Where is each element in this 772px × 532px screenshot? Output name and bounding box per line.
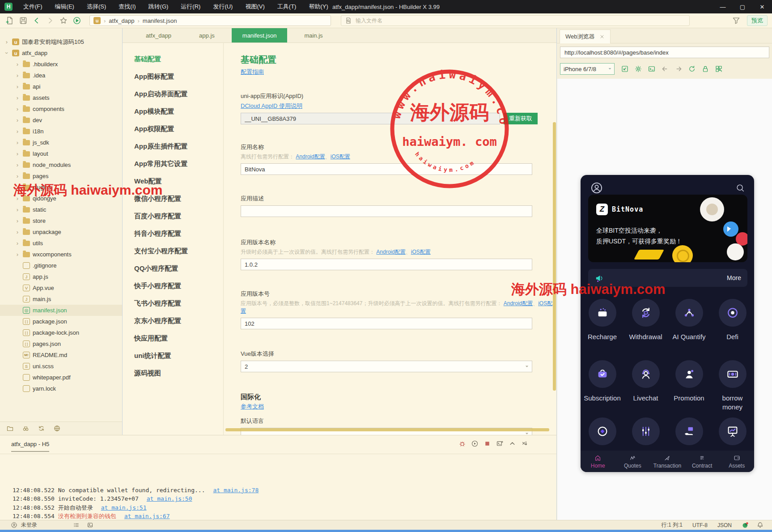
- tree-item[interactable]: App.vue: [0, 282, 122, 294]
- tree-item[interactable]: › pages: [0, 170, 122, 182]
- maximize-button[interactable]: ▢: [733, 0, 752, 13]
- explorer-tool-icon[interactable]: [53, 425, 61, 432]
- console-tool-icon[interactable]: [496, 440, 504, 447]
- tree-item[interactable]: uni.scss: [0, 361, 122, 372]
- chevron-icon[interactable]: ›: [15, 72, 20, 79]
- android-config-link[interactable]: Android配置: [376, 249, 405, 255]
- menu-item[interactable]: 编辑(E): [50, 1, 80, 13]
- toolbar-icon[interactable]: [19, 16, 28, 25]
- tree-item[interactable]: › atfx_dapp: [0, 47, 122, 59]
- tree-item[interactable]: › plugins: [0, 182, 122, 193]
- filter-funnel-icon[interactable]: [732, 16, 741, 25]
- list-icon[interactable]: [73, 522, 80, 528]
- android-config-link[interactable]: Android配置: [504, 300, 533, 306]
- appid-input[interactable]: [241, 113, 500, 124]
- editor-horizontal-scrollbar[interactable]: [225, 428, 549, 431]
- file-search[interactable]: [341, 15, 690, 26]
- toolbar-icon[interactable]: [5, 16, 14, 25]
- url-input[interactable]: [560, 47, 769, 58]
- chevron-icon[interactable]: ›: [15, 240, 20, 247]
- config-nav-item[interactable]: 百度小程序配置: [134, 212, 223, 230]
- tree-item[interactable]: package-lock.json: [0, 327, 122, 338]
- vue-version-select[interactable]: 2: [241, 361, 532, 372]
- tree-item[interactable]: › unpackage: [0, 226, 122, 238]
- tree-item[interactable]: › qidongye: [0, 193, 122, 204]
- minimize-button[interactable]: —: [713, 0, 733, 13]
- feature-item[interactable]: Recharge: [581, 299, 624, 341]
- tree-item[interactable]: › api: [0, 81, 122, 92]
- file-search-input[interactable]: [356, 17, 686, 24]
- reacquire-appid-button[interactable]: 重新获取: [504, 113, 538, 124]
- source-link[interactable]: at main.js:51: [101, 504, 147, 511]
- chevron-icon[interactable]: ›: [15, 229, 20, 235]
- config-nav-item[interactable]: 快手小程序配置: [134, 282, 223, 299]
- browser-tool-icon[interactable]: [701, 65, 709, 73]
- menu-item[interactable]: 工具(T): [272, 1, 302, 13]
- account-icon[interactable]: [11, 522, 17, 528]
- browser-tool-icon[interactable]: [715, 65, 723, 73]
- chevron-icon[interactable]: ›: [4, 38, 9, 45]
- tree-item[interactable]: › wxcomponents: [0, 249, 122, 260]
- menu-item[interactable]: 视图(V): [240, 1, 270, 13]
- i18n-doc-link[interactable]: 参考文档: [241, 403, 264, 410]
- browser-tool-icon[interactable]: [634, 65, 642, 73]
- status-icon[interactable]: [756, 521, 764, 529]
- feature-item[interactable]: AI Quantify: [667, 299, 711, 341]
- editor-tab[interactable]: atfx_dapp: [135, 28, 182, 43]
- config-nav-item[interactable]: 支付宝小程序配置: [134, 247, 223, 264]
- editor-vertical-scrollbar[interactable]: [553, 122, 556, 391]
- promo-banner[interactable]: Z BitNova 全球BIT空投活动来袭， 质押USDT，可获得多重奖励！: [588, 195, 747, 262]
- tree-item[interactable]: main.js: [0, 294, 122, 305]
- source-link[interactable]: at main.js:67: [124, 513, 170, 519]
- config-nav-item[interactable]: App权限配置: [134, 125, 223, 142]
- phone-tab[interactable]: Home: [581, 451, 615, 472]
- browser-tab[interactable]: Web浏览器: [560, 30, 611, 43]
- config-nav-item[interactable]: App模块配置: [134, 107, 223, 125]
- device-select[interactable]: iPhone 6/7/8: [560, 63, 615, 75]
- config-nav-item[interactable]: 飞书小程序配置: [134, 299, 223, 317]
- chevron-icon[interactable]: ›: [15, 61, 20, 68]
- preview-button[interactable]: 预览: [747, 15, 768, 26]
- config-nav-item[interactable]: 快应用配置: [134, 334, 223, 352]
- toolbar-icon[interactable]: [32, 16, 41, 25]
- cursor-position[interactable]: 行:1 列:1: [662, 521, 683, 529]
- explorer-tool-icon[interactable]: [6, 425, 14, 432]
- feature-item[interactable]: Subscription: [581, 360, 624, 412]
- breadcrumb-project[interactable]: atfx_dapp: [109, 17, 134, 24]
- config-nav-item[interactable]: Web配置: [134, 177, 223, 195]
- feature-item[interactable]: borrow money: [711, 360, 754, 412]
- app-name-input[interactable]: [241, 163, 532, 175]
- tree-item[interactable]: › node_modules: [0, 159, 122, 170]
- tree-item[interactable]: .gitignore: [0, 260, 122, 271]
- version-name-input[interactable]: [241, 259, 532, 270]
- encoding-indicator[interactable]: UTF-8: [692, 522, 708, 528]
- syntax-indicator[interactable]: JSON: [717, 522, 732, 528]
- tree-item[interactable]: › .idea: [0, 70, 122, 81]
- chevron-icon[interactable]: ›: [15, 117, 20, 123]
- close-button[interactable]: ✕: [752, 0, 772, 13]
- feature-item[interactable]: Defi: [711, 299, 754, 341]
- menu-item[interactable]: 发行(U): [208, 1, 238, 13]
- console-tab[interactable]: atfx_dapp - H5: [11, 441, 49, 452]
- ios-config-link[interactable]: iOS配置: [331, 153, 350, 160]
- console-tool-icon[interactable]: [484, 440, 491, 447]
- editor-tab[interactable]: app.js: [188, 28, 225, 43]
- explorer-tool-icon[interactable]: [22, 425, 30, 432]
- config-nav-item[interactable]: QQ小程序配置: [134, 264, 223, 282]
- config-nav-item[interactable]: 京东小程序配置: [134, 317, 223, 334]
- phone-tab[interactable]: Contract: [685, 451, 720, 472]
- close-icon[interactable]: [599, 34, 605, 39]
- chevron-icon[interactable]: ›: [15, 150, 20, 157]
- browser-tool-icon[interactable]: [621, 65, 629, 73]
- config-nav-item[interactable]: App启动界面配置: [134, 90, 223, 107]
- toolbar-icon[interactable]: [59, 16, 68, 25]
- tree-item[interactable]: pages.json: [0, 338, 122, 349]
- browser-tool-icon[interactable]: [674, 65, 683, 73]
- chevron-icon[interactable]: ›: [15, 184, 20, 191]
- config-nav-item[interactable]: App常用其它设置: [134, 160, 223, 177]
- chevron-icon[interactable]: ›: [15, 106, 20, 112]
- console-tool-icon[interactable]: [458, 440, 466, 447]
- ios-config-link[interactable]: iOS配置: [411, 249, 431, 255]
- chevron-icon[interactable]: ›: [4, 51, 10, 56]
- chevron-icon[interactable]: ›: [15, 217, 20, 224]
